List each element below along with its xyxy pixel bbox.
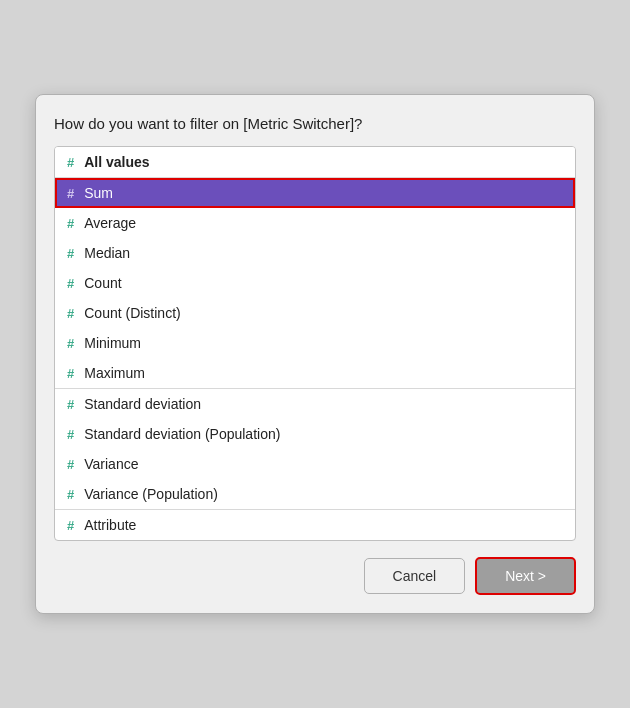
hash-icon-std-dev: # [67,397,74,412]
list-item-std-dev-pop[interactable]: # Standard deviation (Population) [55,419,575,449]
cancel-button[interactable]: Cancel [364,558,466,594]
list-item-average[interactable]: # Average [55,208,575,238]
list-item-maximum[interactable]: # Maximum [55,358,575,388]
item-label-sum: Sum [84,185,113,201]
next-button[interactable]: Next > [475,557,576,595]
item-label-minimum: Minimum [84,335,141,351]
section-attribute: # Attribute [55,510,575,540]
hash-icon-median: # [67,246,74,261]
item-label-std-dev: Standard deviation [84,396,201,412]
hash-icon-all-values: # [67,155,74,170]
hash-icon-sum: # [67,186,74,201]
list-item-count[interactable]: # Count [55,268,575,298]
item-label-all-values: All values [84,154,149,170]
dialog-footer: Cancel Next > [54,557,576,595]
section-aggregations: # Sum # Average # Median # Count # Count… [55,178,575,389]
list-item-std-dev[interactable]: # Standard deviation [55,389,575,419]
item-label-average: Average [84,215,136,231]
item-label-variance: Variance [84,456,138,472]
list-item-variance[interactable]: # Variance [55,449,575,479]
item-label-std-dev-pop: Standard deviation (Population) [84,426,280,442]
list-item-median[interactable]: # Median [55,238,575,268]
hash-icon-attribute: # [67,518,74,533]
hash-icon-minimum: # [67,336,74,351]
item-label-count: Count [84,275,121,291]
item-label-attribute: Attribute [84,517,136,533]
list-item-sum[interactable]: # Sum [55,178,575,208]
hash-icon-variance-pop: # [67,487,74,502]
dialog-title: How do you want to filter on [Metric Swi… [54,113,576,134]
item-label-variance-pop: Variance (Population) [84,486,218,502]
list-item-attribute[interactable]: # Attribute [55,510,575,540]
section-statistical: # Standard deviation # Standard deviatio… [55,389,575,510]
hash-icon-std-dev-pop: # [67,427,74,442]
hash-icon-maximum: # [67,366,74,381]
list-item-variance-pop[interactable]: # Variance (Population) [55,479,575,509]
item-label-median: Median [84,245,130,261]
list-item-all-values[interactable]: # All values [55,147,575,177]
section-all-values: # All values [55,147,575,178]
hash-icon-count-distinct: # [67,306,74,321]
filter-dialog: How do you want to filter on [Metric Swi… [35,94,595,614]
hash-icon-count: # [67,276,74,291]
list-item-minimum[interactable]: # Minimum [55,328,575,358]
item-label-maximum: Maximum [84,365,145,381]
filter-list: # All values # Sum # Average # Median # … [54,146,576,541]
list-item-count-distinct[interactable]: # Count (Distinct) [55,298,575,328]
hash-icon-average: # [67,216,74,231]
item-label-count-distinct: Count (Distinct) [84,305,180,321]
hash-icon-variance: # [67,457,74,472]
